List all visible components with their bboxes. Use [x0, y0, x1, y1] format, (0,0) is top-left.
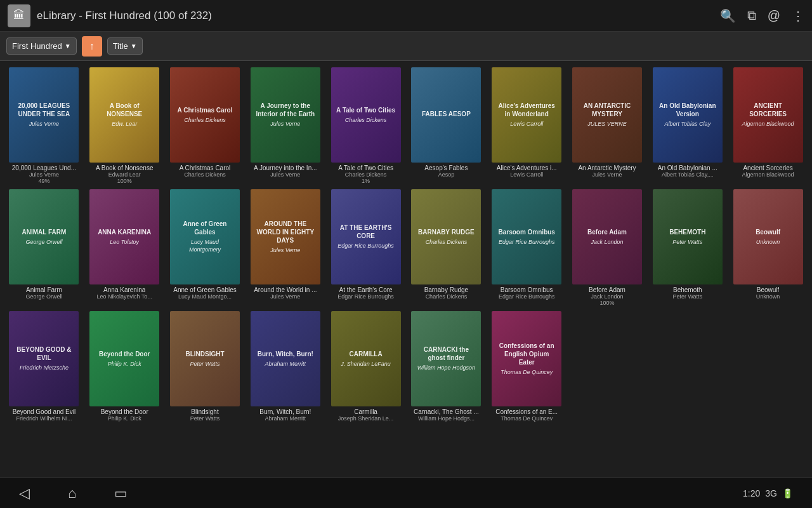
- book-author: Charles Dickens: [184, 171, 226, 178]
- book-cover: BARNABY RUDGECharles Dickens: [411, 189, 481, 284]
- book-author: Edward Lear: [108, 171, 141, 178]
- book-cover: CARMILLAJ. Sheridan LeFanu: [331, 311, 401, 406]
- book-cover: AROUND THE WORLD IN EIGHTY DAYSJules Ver…: [251, 189, 320, 284]
- cover-text: Confessions of an English Opium EaterTho…: [492, 337, 561, 382]
- cover-text: Burn, Witch, Burn!Abraham Merritt: [252, 345, 318, 373]
- app-logo: 🏛: [8, 4, 30, 27]
- book-cover: BLINDSIGHTPeter Watts: [170, 311, 240, 406]
- book-cover: A Book of NONSENSEEdw. Lear: [89, 67, 159, 163]
- book-item[interactable]: ANIMAL FARMGeorge OrwellAnimal FarmGeorg…: [5, 188, 83, 307]
- book-title: Anne of Green Gables: [173, 286, 237, 293]
- book-progress: 100%: [599, 300, 614, 306]
- more-icon[interactable]: ⋮: [792, 8, 804, 23]
- book-author: Friedrich Wilhelm Ni...: [16, 415, 72, 422]
- sort-direction-button[interactable]: ↑: [82, 36, 102, 57]
- book-item[interactable]: AROUND THE WORLD IN EIGHTY DAYSJules Ver…: [246, 188, 324, 307]
- book-item[interactable]: BLINDSIGHTPeter WattsBlindsightPeter Wat…: [166, 310, 244, 423]
- book-item[interactable]: ANCIENT SORCERIESAlgernon BlackwoodAncie…: [729, 66, 807, 185]
- at-icon[interactable]: @: [768, 8, 780, 23]
- book-cover: Beyond the DoorPhilip K. Dick: [89, 311, 159, 406]
- battery-icon: 🔋: [782, 488, 793, 498]
- book-author: Charles Dickens: [426, 293, 468, 300]
- time-display: 1:20: [743, 488, 760, 498]
- sort-dropdown-arrow: ▼: [131, 43, 137, 50]
- book-cover: AT THE EARTH'S COREEdgar Rice Burroughs: [331, 189, 401, 284]
- book-author: Peter Watts: [190, 415, 220, 422]
- book-cover: Alice's Adventures in WonderlandLewis Ca…: [492, 67, 561, 163]
- book-author: Jack London: [591, 293, 623, 300]
- book-cover: An Old Babylonian VersionAlbert Tobias C…: [653, 67, 723, 163]
- book-author: Charles Dickens: [345, 171, 387, 178]
- book-item[interactable]: A Book of NONSENSEEdw. LearA Book of Non…: [86, 66, 164, 185]
- collection-dropdown-arrow: ▼: [65, 43, 71, 50]
- book-title: Behemoth: [673, 286, 702, 293]
- search-icon[interactable]: 🔍: [720, 8, 736, 23]
- book-item[interactable]: Before AdamJack LondonBefore AdamJack Lo…: [568, 188, 646, 307]
- cover-text: CARMILLAJ. Sheridan LeFanu: [336, 345, 396, 373]
- book-item[interactable]: Beyond the DoorPhilip K. DickBeyond the …: [86, 310, 164, 423]
- book-author: Leo Nikolayevich To...: [97, 293, 152, 300]
- book-title: An Old Babylonian ...: [658, 164, 717, 171]
- book-title: A Book of Nonsense: [96, 164, 154, 171]
- book-cover: CARNACKI the ghost finderWilliam Hope Ho…: [411, 311, 481, 406]
- book-item[interactable]: AT THE EARTH'S COREEdgar Rice BurroughsA…: [327, 188, 405, 307]
- book-author: Jules Verne: [29, 171, 59, 178]
- copy-icon[interactable]: ⧉: [747, 8, 756, 23]
- book-cover: Confessions of an English Opium EaterTho…: [492, 311, 561, 406]
- home-icon[interactable]: ⌂: [68, 485, 76, 502]
- status-bar: 1:20 3G 🔋: [743, 488, 793, 498]
- book-author: William Hope Hodgs...: [418, 415, 475, 422]
- book-item[interactable]: A Journey to the Interior of the EarthJu…: [246, 66, 324, 185]
- book-author: Edgar Rice Burroughs: [499, 293, 555, 300]
- book-title: Alice's Adventures i...: [497, 164, 557, 171]
- nav-icons: ◁ ⌂ ▭: [19, 485, 128, 502]
- book-item[interactable]: An Old Babylonian VersionAlbert Tobias C…: [648, 66, 726, 185]
- book-cover: Barsoom OmnibusEdgar Rice Burroughs: [492, 189, 561, 284]
- cover-text: BEHEMOTHPeter Watts: [664, 223, 710, 251]
- book-item[interactable]: A Christmas CarolCharles DickensA Christ…: [166, 66, 244, 185]
- recents-icon[interactable]: ▭: [114, 485, 128, 502]
- book-author: Joseph Sheridan Le...: [338, 415, 394, 422]
- sort-dropdown[interactable]: Title ▼: [107, 37, 143, 55]
- cover-text: 20,000 LEAGUES UNDER THE SEAJules Verne: [9, 97, 79, 133]
- book-item[interactable]: BEHEMOTHPeter WattsBehemothPeter Watts: [648, 188, 726, 307]
- book-item[interactable]: Barsoom OmnibusEdgar Rice BurroughsBarso…: [488, 188, 566, 307]
- book-title: Burn, Witch, Burn!: [259, 408, 311, 415]
- book-author: Thomas De Quincev: [501, 415, 553, 422]
- book-author: Edgar Rice Burroughs: [337, 293, 394, 300]
- library-icon: 🏛: [13, 9, 25, 22]
- book-item[interactable]: ANNA KARENINALeo TolstoyAnna KareninaLeo…: [86, 188, 164, 307]
- book-grid-area: 20,000 LEAGUES UNDER THE SEAJules Verne2…: [0, 61, 812, 478]
- cover-text: ANIMAL FARMGeorge Orwell: [16, 223, 71, 251]
- cover-text: A Christmas CarolCharles Dickens: [173, 101, 238, 130]
- book-item[interactable]: Burn, Witch, Burn!Abraham MerrittBurn, W…: [246, 310, 324, 423]
- book-item[interactable]: BEYOND GOOD & EVILFriedrich NietzscheBey…: [5, 310, 83, 423]
- book-item[interactable]: 20,000 LEAGUES UNDER THE SEAJules Verne2…: [5, 66, 83, 185]
- book-cover: BEHEMOTHPeter Watts: [653, 189, 723, 284]
- back-icon[interactable]: ◁: [19, 485, 30, 502]
- book-item[interactable]: Alice's Adventures in WonderlandLewis Ca…: [488, 66, 566, 185]
- book-item[interactable]: FABLES AESOPAesop's FablesAesop: [407, 66, 485, 185]
- cover-text: ANNA KARENINALeo Tolstoy: [93, 223, 156, 251]
- book-item[interactable]: CARNACKI the ghost finderWilliam Hope Ho…: [407, 310, 485, 423]
- book-item[interactable]: BARNABY RUDGECharles DickensBarnaby Rudg…: [407, 188, 485, 307]
- book-item[interactable]: CARMILLAJ. Sheridan LeFanuCarmillaJoseph…: [327, 310, 405, 423]
- book-title: Aesop's Fables: [424, 164, 468, 171]
- book-cover: Anne of Green GablesLucy Maud Montgomery: [170, 189, 240, 284]
- book-item[interactable]: Confessions of an English Opium EaterTho…: [488, 310, 566, 423]
- book-title: Ancient Sorceries: [743, 164, 792, 171]
- book-item[interactable]: A Tale of Two CitiesCharles DickensA Tal…: [327, 66, 405, 185]
- book-item[interactable]: AN ANTARCTIC MYSTERYJULES VERNEAn Antarc…: [568, 66, 646, 185]
- book-item[interactable]: BeowulfUnknownBeowulfUnknown: [729, 188, 807, 307]
- book-item[interactable]: Anne of Green GablesLucy Maud Montgomery…: [166, 188, 244, 307]
- book-author: Unknown: [756, 293, 780, 300]
- book-title: Beyond Good and Evil: [13, 408, 76, 415]
- book-title: An Antarctic Mystery: [578, 164, 636, 171]
- signal-display: 3G: [765, 488, 777, 498]
- book-title: Barsoom Omnibus: [501, 286, 553, 293]
- collection-dropdown[interactable]: First Hundred ▼: [6, 37, 77, 55]
- book-title: Animal Farm: [26, 286, 62, 293]
- book-author: Lewis Carroll: [510, 171, 543, 178]
- cover-text: FABLES AESOP: [417, 105, 476, 126]
- sort-label: Title: [113, 41, 128, 51]
